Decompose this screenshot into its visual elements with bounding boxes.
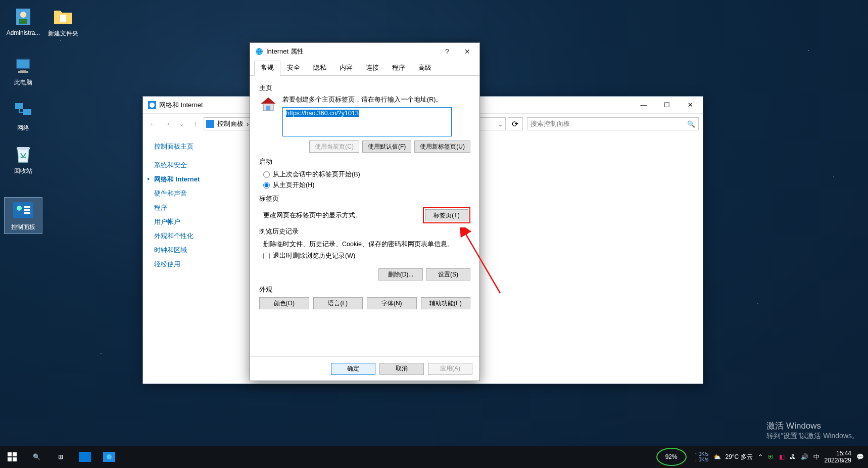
- network-speed: 0K/s 0K/s: [695, 451, 709, 462]
- desktop-icon-label: 此电脑: [14, 78, 32, 87]
- close-button[interactable]: ✕: [457, 44, 477, 59]
- tab-content[interactable]: 内容: [333, 61, 359, 76]
- desktop-icon-cpanel[interactable]: 控制面板: [4, 197, 42, 234]
- taskbar-app-1[interactable]: [73, 446, 97, 468]
- tab-security[interactable]: 安全: [280, 61, 307, 76]
- svg-rect-14: [24, 209, 30, 211]
- use-newtab-button[interactable]: 使用新标签页(U): [414, 141, 470, 153]
- search-box[interactable]: 搜索控制面板 🔍: [527, 117, 699, 130]
- delete-button[interactable]: 删除(D)...: [378, 268, 423, 280]
- sidebar-item-system[interactable]: 系统和安全: [154, 158, 239, 172]
- ime-indicator[interactable]: 中: [813, 453, 819, 461]
- svg-rect-6: [20, 70, 26, 71]
- homepage-url-input[interactable]: https://hao.360.cn/?y1013: [282, 107, 452, 136]
- sidebar-item-users[interactable]: 用户帐户: [154, 215, 239, 229]
- back-button[interactable]: ←: [147, 118, 159, 130]
- network-icon: [13, 101, 34, 122]
- svg-rect-2: [19, 19, 27, 24]
- tabpage-button[interactable]: 标签页(T): [425, 209, 468, 221]
- activation-watermark: 激活 Windows 转到"设置"以激活 Windows。: [766, 420, 859, 441]
- svg-rect-20: [266, 106, 270, 111]
- svg-point-28: [107, 454, 112, 459]
- desktop-icon-pc[interactable]: 此电脑: [4, 53, 42, 89]
- sidebar-item-clock[interactable]: 时钟和区域: [154, 243, 239, 257]
- chevron-down-icon[interactable]: ⌄: [498, 120, 503, 128]
- desktop-icon-folder[interactable]: 新建文件夹: [44, 4, 82, 40]
- tabpage-hint: 更改网页在标签页中的显示方式。: [263, 211, 362, 220]
- ok-button[interactable]: 确定: [331, 363, 375, 375]
- folder-icon: [53, 6, 74, 27]
- apply-button[interactable]: 应用(A): [428, 363, 472, 375]
- svg-rect-26: [79, 452, 91, 462]
- cancel-button[interactable]: 取消: [379, 363, 424, 375]
- tray-chevron-icon[interactable]: ⌃: [758, 453, 763, 460]
- pc-icon: [13, 55, 34, 76]
- globe-icon: [255, 48, 263, 56]
- desktop-icon-admin[interactable]: Administra...: [4, 4, 42, 38]
- tab-privacy[interactable]: 隐私: [307, 61, 333, 76]
- radio-last-session[interactable]: 从上次会话中的标签页开始(B): [259, 169, 470, 180]
- notifications-button[interactable]: 💬: [856, 453, 864, 460]
- start-button[interactable]: [0, 446, 24, 468]
- weather-widget[interactable]: ⛅ 29°C 多云: [713, 453, 752, 461]
- cpanel-small-icon: [206, 120, 214, 128]
- desktop-icon-label: Administra...: [7, 29, 40, 36]
- font-button[interactable]: 字体(N): [367, 297, 417, 309]
- language-button[interactable]: 语言(L): [313, 297, 363, 309]
- taskbar: 🔍 ⊞ 92% 0K/s 0K/s ⛅ 29°C 多云 ⌃ ⛨ ◧ 🖧 🔊 中 …: [0, 446, 868, 468]
- close-button[interactable]: ✕: [679, 97, 702, 113]
- tab-programs[interactable]: 程序: [385, 61, 412, 76]
- use-current-button[interactable]: 使用当前页(C): [309, 141, 359, 153]
- use-default-button[interactable]: 使用默认值(F): [362, 141, 411, 153]
- history-dropdown[interactable]: ⌄: [175, 118, 187, 130]
- svg-rect-7: [18, 71, 28, 73]
- sidebar-item-hardware[interactable]: 硬件和声音: [154, 186, 239, 201]
- desktop-icon-network[interactable]: 网络: [4, 99, 42, 134]
- svg-rect-24: [8, 457, 12, 461]
- section-startup: 启动: [259, 158, 470, 166]
- tray-app-icon[interactable]: ◧: [779, 453, 785, 460]
- forward-button[interactable]: →: [161, 118, 173, 130]
- minimize-button[interactable]: —: [632, 97, 655, 113]
- search-button[interactable]: 🔍: [24, 446, 49, 468]
- settings-button[interactable]: 设置(S): [426, 268, 470, 280]
- sidebar-heading[interactable]: 控制面板主页: [154, 142, 239, 151]
- svg-rect-3: [60, 15, 66, 22]
- sidebar-item-appearance[interactable]: 外观和个性化: [154, 229, 239, 243]
- section-tabpages: 标签页: [259, 195, 470, 203]
- desktop-icon-label: 回收站: [14, 167, 32, 175]
- tab-advanced[interactable]: 高级: [412, 61, 438, 76]
- color-button[interactable]: 颜色(O): [259, 297, 309, 309]
- tray-volume-icon[interactable]: 🔊: [801, 453, 808, 460]
- internet-properties-dialog: Internet 属性 ? ✕ 常规 安全 隐私 内容 连接 程序 高级 主页 …: [250, 42, 480, 381]
- network-settings-icon: [148, 101, 156, 109]
- radio-homepage[interactable]: 从主页开始(H): [259, 180, 470, 191]
- taskview-button[interactable]: ⊞: [49, 446, 73, 468]
- cp-sidebar: 控制面板主页 系统和安全 网络和 Internet 硬件和声音 程序 用户帐户 …: [143, 134, 244, 384]
- svg-rect-25: [13, 457, 17, 461]
- help-button[interactable]: ?: [437, 44, 457, 59]
- tab-connections[interactable]: 连接: [359, 61, 385, 76]
- check-delete-on-exit[interactable]: 退出时删除浏览历史记录(W): [259, 251, 470, 261]
- sidebar-item-ease[interactable]: 轻松使用: [154, 257, 239, 271]
- up-button[interactable]: ↑: [189, 118, 202, 130]
- sidebar-item-programs[interactable]: 程序: [154, 201, 239, 215]
- tray-security-icon[interactable]: ⛨: [768, 453, 774, 460]
- sidebar-item-network[interactable]: 网络和 Internet: [154, 172, 239, 186]
- dlg-tabs: 常规 安全 隐私 内容 连接 程序 高级: [250, 60, 479, 76]
- tray-network-icon[interactable]: 🖧: [790, 453, 796, 460]
- desktop-icon-label: 网络: [17, 124, 29, 132]
- svg-point-1: [20, 12, 26, 18]
- network-monitor[interactable]: 92%: [656, 448, 687, 466]
- tab-general[interactable]: 常规: [254, 61, 280, 76]
- taskbar-app-2[interactable]: [97, 446, 121, 468]
- desktop-icon-recycle[interactable]: 回收站: [4, 142, 42, 177]
- homepage-hint: 若要创建多个主页标签页，请在每行输入一个地址(R)。: [282, 96, 470, 104]
- clock[interactable]: 15:44 2022/8/29: [825, 450, 851, 464]
- svg-rect-13: [24, 206, 30, 208]
- svg-rect-8: [15, 103, 23, 109]
- svg-rect-10: [17, 147, 30, 150]
- accessibility-button[interactable]: 辅助功能(E): [421, 297, 471, 309]
- maximize-button[interactable]: ☐: [655, 97, 679, 113]
- refresh-button[interactable]: ⟳: [508, 117, 523, 130]
